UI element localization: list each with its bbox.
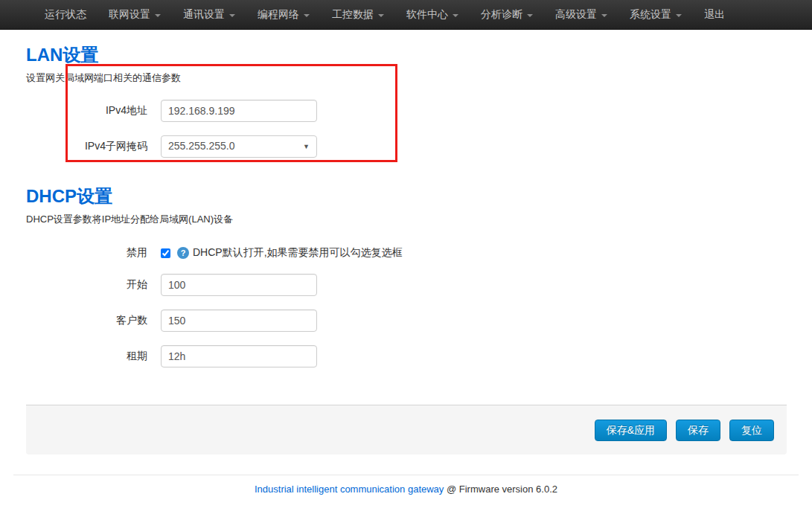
nav-item-label: 退出 bbox=[704, 8, 725, 22]
nav-item-label: 分析诊断 bbox=[481, 8, 522, 22]
nav-item-label: 编程网络 bbox=[258, 8, 299, 22]
dhcp-clients-row: 客户数 bbox=[26, 309, 786, 332]
nav-item-programming-network[interactable]: 编程网络 bbox=[246, 0, 321, 30]
chevron-down-icon bbox=[155, 14, 161, 17]
lan-settings-section: LAN设置 设置网关局域网端口相关的通信参数 IPv4地址 IPv4子网掩码 2… bbox=[26, 45, 786, 158]
dhcp-disable-hint: DHCP默认打开,如果需要禁用可以勾选复选框 bbox=[193, 246, 403, 260]
dhcp-lease-row: 租期 bbox=[26, 345, 786, 367]
nav-item-advanced-settings[interactable]: 高级设置 bbox=[544, 0, 618, 30]
chevron-down-icon bbox=[378, 14, 384, 17]
dhcp-disable-label: 禁用 bbox=[26, 246, 161, 260]
top-navbar: 运行状态 联网设置 通讯设置 编程网络 工控数据 软件中心 分析诊断 高级设置 … bbox=[0, 0, 812, 30]
nav-item-communication-settings[interactable]: 通讯设置 bbox=[172, 0, 246, 30]
chevron-down-icon bbox=[676, 14, 682, 17]
help-icon[interactable]: ? bbox=[177, 247, 189, 259]
page-footer: Industrial intelligent communication gat… bbox=[0, 484, 812, 495]
reset-button[interactable]: 复位 bbox=[729, 420, 774, 441]
nav-item-label: 工控数据 bbox=[332, 8, 374, 22]
nav-item-logout[interactable]: 退出 bbox=[693, 0, 736, 30]
nav-item-label: 运行状态 bbox=[45, 8, 86, 22]
dhcp-lease-label: 租期 bbox=[26, 350, 161, 363]
subnet-mask-row: IPv4子网掩码 255.255.255.0 bbox=[26, 135, 786, 158]
nav-item-network-settings[interactable]: 联网设置 bbox=[97, 0, 172, 30]
chevron-down-icon bbox=[229, 14, 235, 17]
chevron-down-icon bbox=[453, 14, 458, 17]
dhcp-disable-checkbox[interactable] bbox=[161, 248, 170, 258]
dhcp-settings-section: DHCP设置 DHCP设置参数将IP地址分配给局域网(LAN)设备 禁用 ? D… bbox=[26, 187, 786, 367]
nav-item-label: 联网设置 bbox=[109, 8, 150, 22]
footer-firmware-text: @ Firmware version 6.0.2 bbox=[447, 484, 557, 495]
ipv4-address-input[interactable] bbox=[161, 100, 317, 122]
nav-item-label: 通讯设置 bbox=[183, 8, 225, 22]
dhcp-clients-label: 客户数 bbox=[26, 314, 161, 327]
subnet-mask-select[interactable]: 255.255.255.0 bbox=[161, 135, 317, 158]
nav-item-software-center[interactable]: 软件中心 bbox=[395, 0, 470, 30]
nav-item-label: 系统设置 bbox=[630, 8, 671, 22]
footer-gateway-link[interactable]: Industrial intelligent communication gat… bbox=[255, 484, 444, 495]
dhcp-clients-input[interactable] bbox=[161, 309, 317, 332]
page-actions-bar: 保存&应用 保存 复位 bbox=[26, 405, 787, 455]
ipv4-address-label: IPv4地址 bbox=[26, 104, 161, 118]
nav-item-label: 软件中心 bbox=[406, 8, 448, 22]
dhcp-section-title: DHCP设置 bbox=[26, 187, 786, 206]
dhcp-start-input[interactable] bbox=[161, 274, 317, 296]
dhcp-lease-input[interactable] bbox=[161, 345, 317, 367]
lan-section-description: 设置网关局域网端口相关的通信参数 bbox=[26, 71, 786, 85]
dhcp-disable-row: 禁用 ? DHCP默认打开,如果需要禁用可以勾选复选框 bbox=[26, 245, 786, 260]
save-button[interactable]: 保存 bbox=[676, 420, 720, 441]
chevron-down-icon bbox=[527, 14, 533, 17]
nav-item-run-status[interactable]: 运行状态 bbox=[33, 0, 97, 30]
nav-item-analysis-diagnosis[interactable]: 分析诊断 bbox=[470, 0, 544, 30]
save-apply-button[interactable]: 保存&应用 bbox=[595, 420, 667, 441]
chevron-down-icon bbox=[304, 14, 310, 17]
lan-section-title: LAN设置 bbox=[26, 45, 786, 65]
dhcp-start-label: 开始 bbox=[26, 278, 161, 292]
nav-item-label: 高级设置 bbox=[555, 8, 597, 22]
nav-item-industrial-data[interactable]: 工控数据 bbox=[321, 0, 395, 30]
nav-item-system-settings[interactable]: 系统设置 bbox=[618, 0, 693, 30]
footer-divider bbox=[13, 475, 799, 475]
main-content: LAN设置 设置网关局域网端口相关的通信参数 IPv4地址 IPv4子网掩码 2… bbox=[0, 45, 812, 367]
subnet-mask-label: IPv4子网掩码 bbox=[26, 140, 161, 153]
subnet-mask-selected-value: 255.255.255.0 bbox=[168, 140, 235, 152]
dhcp-start-row: 开始 bbox=[26, 274, 786, 296]
chevron-down-icon bbox=[601, 14, 607, 17]
dhcp-section-description: DHCP设置参数将IP地址分配给局域网(LAN)设备 bbox=[26, 213, 786, 226]
ipv4-address-row: IPv4地址 bbox=[26, 100, 786, 122]
